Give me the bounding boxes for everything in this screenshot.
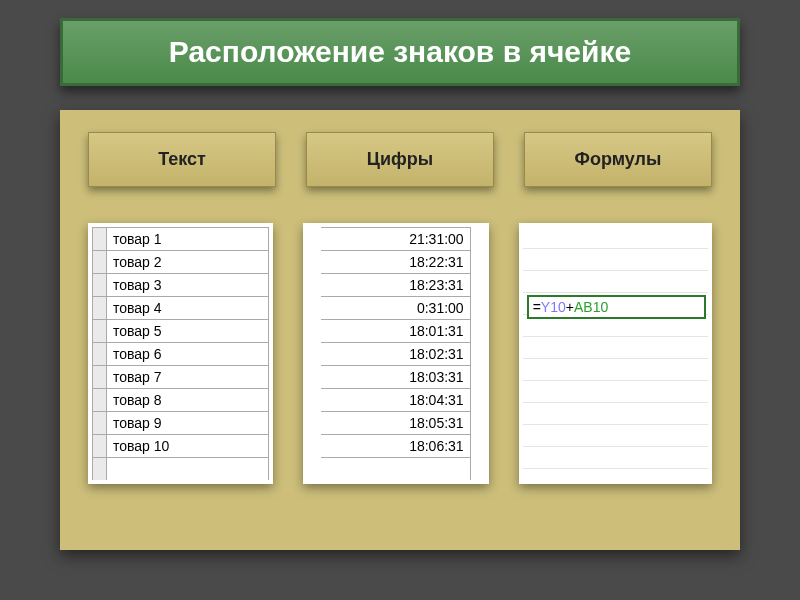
content-panel: Текст Цифры Формулы товар 1 товар 2 това…	[60, 110, 740, 550]
numbers-table: 21:31:00 18:22:31 18:23:31 0:31:00 18:01…	[303, 223, 488, 484]
table-row: 18:05:31	[321, 412, 470, 435]
table-row: 18:01:31	[321, 320, 470, 343]
formula-table: =Y10+AB10	[519, 223, 712, 484]
table-row: 18:02:31	[321, 343, 470, 366]
table-row: товар 1	[93, 228, 269, 251]
table-row: 0:31:00	[321, 297, 470, 320]
tables-row: товар 1 товар 2 товар 3 товар 4 товар 5 …	[88, 223, 712, 484]
header-numbers: Цифры	[306, 132, 494, 187]
text-table: товар 1 товар 2 товар 3 товар 4 товар 5 …	[88, 223, 273, 484]
table-row	[321, 458, 470, 480]
table-row: 21:31:00	[321, 228, 470, 251]
table-row: товар 5	[93, 320, 269, 343]
page-title: Расположение знаков в ячейке	[60, 18, 740, 86]
table-row: товар 6	[93, 343, 269, 366]
header-formulas: Формулы	[524, 132, 712, 187]
table-row: 18:06:31	[321, 435, 470, 458]
table-row	[93, 458, 269, 480]
table-row: товар 10	[93, 435, 269, 458]
header-text: Текст	[88, 132, 276, 187]
table-row: товар 7	[93, 366, 269, 389]
cell-ref-1: Y10	[541, 299, 566, 315]
table-row: товар 9	[93, 412, 269, 435]
table-row: товар 4	[93, 297, 269, 320]
plus-sign: +	[566, 299, 574, 315]
formula-cell[interactable]: =Y10+AB10	[527, 295, 706, 319]
table-row: 18:04:31	[321, 389, 470, 412]
equals-sign: =	[533, 299, 541, 315]
table-row: 18:03:31	[321, 366, 470, 389]
column-headers: Текст Цифры Формулы	[88, 132, 712, 187]
table-row: товар 3	[93, 274, 269, 297]
table-row: 18:23:31	[321, 274, 470, 297]
table-row: 18:22:31	[321, 251, 470, 274]
table-row: товар 2	[93, 251, 269, 274]
cell-ref-2: AB10	[574, 299, 608, 315]
table-row: товар 8	[93, 389, 269, 412]
